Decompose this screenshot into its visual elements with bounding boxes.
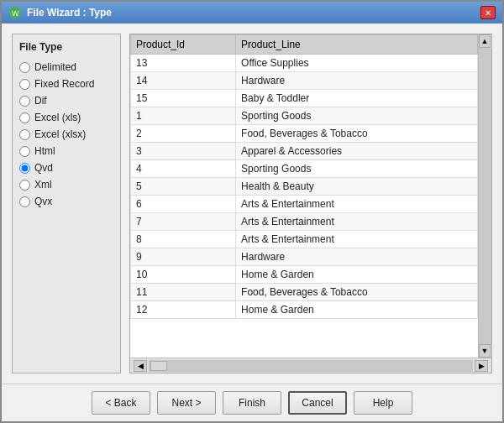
table-row: 7Arts & Entertainment <box>131 213 478 231</box>
radio-qvx[interactable]: Qvx <box>19 194 113 209</box>
radio-label-dif: Dif <box>34 95 47 107</box>
cell-product-line: Arts & Entertainment <box>236 196 478 213</box>
radio-fixed-record[interactable]: Fixed Record <box>19 76 113 91</box>
radio-label-excel-xls: Excel (xls) <box>34 112 81 123</box>
horizontal-scrollbar[interactable]: ◀ ▶ <box>130 358 491 373</box>
title-bar: W File Wizard : Type ✕ <box>2 2 502 24</box>
table-container[interactable]: Product_Id Product_Line 13Office Supplie… <box>130 34 478 358</box>
table-row: 11Food, Beverages & Tobacco <box>131 284 478 301</box>
table-row: 1Sporting Goods <box>131 107 478 125</box>
scroll-track-vertical[interactable] <box>479 48 491 344</box>
window-title: File Wizard : Type <box>27 7 112 18</box>
cell-product-line: Health & Beauty <box>236 178 478 196</box>
title-bar-left: W File Wizard : Type <box>8 6 112 19</box>
table-row: 8Arts & Entertainment <box>131 231 478 248</box>
back-button[interactable]: < Back <box>92 391 150 415</box>
cell-product-id: 2 <box>131 125 236 143</box>
cell-product-line: Arts & Entertainment <box>236 213 478 231</box>
table-row: 6Arts & Entertainment <box>131 196 478 213</box>
radio-delimited[interactable]: Delimited <box>19 60 113 75</box>
sidebar: File Type Delimited Fixed Record Dif Exc… <box>12 34 121 373</box>
scroll-track-horizontal[interactable] <box>149 360 473 372</box>
cell-product-id: 15 <box>131 90 236 107</box>
cell-product-id: 8 <box>131 231 236 248</box>
cell-product-id: 12 <box>131 301 236 319</box>
scroll-right-button[interactable]: ▶ <box>475 360 488 372</box>
cell-product-id: 11 <box>131 284 236 301</box>
next-button[interactable]: Next > <box>157 391 216 415</box>
cell-product-line: Food, Beverages & Tobacco <box>236 125 478 143</box>
radio-label-html: Html <box>34 145 55 157</box>
table-row: 14Hardware <box>131 72 478 90</box>
col-header-product-id: Product_Id <box>131 35 236 55</box>
radio-xml[interactable]: Xml <box>19 177 113 192</box>
svg-text:W: W <box>12 9 19 18</box>
radio-label-qvx: Qvx <box>34 196 52 207</box>
cancel-button[interactable]: Cancel <box>288 391 347 415</box>
finish-button[interactable]: Finish <box>223 391 281 415</box>
radio-dif[interactable]: Dif <box>19 93 113 108</box>
cell-product-id: 10 <box>131 266 236 284</box>
scroll-down-button[interactable]: ▼ <box>479 344 491 358</box>
cell-product-id: 7 <box>131 213 236 231</box>
help-button[interactable]: Help <box>354 391 412 415</box>
radio-qvd[interactable]: Qvd <box>19 160 113 175</box>
cell-product-line: Hardware <box>236 72 478 90</box>
cell-product-line: Sporting Goods <box>236 107 478 125</box>
table-row: 13Office Supplies <box>131 55 478 72</box>
data-table: Product_Id Product_Line 13Office Supplie… <box>130 34 478 319</box>
cell-product-line: Hardware <box>236 248 478 266</box>
cell-product-id: 6 <box>131 196 236 213</box>
radio-label-delimited: Delimited <box>34 61 76 73</box>
cell-product-id: 3 <box>131 143 236 160</box>
cell-product-line: Home & Garden <box>236 301 478 319</box>
cell-product-line: Office Supplies <box>236 55 478 72</box>
cell-product-id: 14 <box>131 72 236 90</box>
cell-product-id: 13 <box>131 55 236 72</box>
cell-product-id: 9 <box>131 248 236 266</box>
table-row: 15Baby & Toddler <box>131 90 478 107</box>
scroll-thumb-horizontal[interactable] <box>150 361 167 371</box>
main-window: W File Wizard : Type ✕ File Type Delimit… <box>0 0 504 423</box>
radio-excel-xls[interactable]: Excel (xls) <box>19 110 113 125</box>
radio-label-fixed-record: Fixed Record <box>34 78 94 90</box>
table-row: 9Hardware <box>131 248 478 266</box>
cell-product-id: 1 <box>131 107 236 125</box>
radio-label-excel-xlsx: Excel (xlsx) <box>34 128 86 140</box>
main-table-area: Product_Id Product_Line 13Office Supplie… <box>129 34 492 373</box>
table-row: 10Home & Garden <box>131 266 478 284</box>
cell-product-line: Apparel & Accessories <box>236 143 478 160</box>
table-row: 4Sporting Goods <box>131 160 478 178</box>
content-area: File Type Delimited Fixed Record Dif Exc… <box>2 24 502 384</box>
radio-label-xml: Xml <box>34 179 52 191</box>
radio-html[interactable]: Html <box>19 144 113 159</box>
table-row: 5Health & Beauty <box>131 178 478 196</box>
col-header-product-line: Product_Line <box>236 35 478 55</box>
app-icon: W <box>8 6 22 19</box>
radio-excel-xlsx[interactable]: Excel (xlsx) <box>19 127 113 142</box>
cell-product-line: Home & Garden <box>236 266 478 284</box>
scroll-up-button[interactable]: ▲ <box>479 34 491 48</box>
table-row: 3Apparel & Accessories <box>131 143 478 160</box>
cell-product-line: Sporting Goods <box>236 160 478 178</box>
footer: < Back Next > Finish Cancel Help <box>2 384 502 421</box>
cell-product-id: 4 <box>131 160 236 178</box>
cell-product-line: Arts & Entertainment <box>236 231 478 248</box>
cell-product-line: Food, Beverages & Tobacco <box>236 284 478 301</box>
cell-product-line: Baby & Toddler <box>236 90 478 107</box>
table-row: 2Food, Beverages & Tobacco <box>131 125 478 143</box>
close-button[interactable]: ✕ <box>480 6 496 19</box>
table-row: 12Home & Garden <box>131 301 478 319</box>
cell-product-id: 5 <box>131 178 236 196</box>
radio-label-qvd: Qvd <box>34 162 53 174</box>
scroll-left-button[interactable]: ◀ <box>134 360 147 372</box>
vertical-scrollbar[interactable]: ▲ ▼ <box>478 34 491 358</box>
sidebar-title: File Type <box>19 41 113 53</box>
table-scroll-area: Product_Id Product_Line 13Office Supplie… <box>130 34 491 358</box>
